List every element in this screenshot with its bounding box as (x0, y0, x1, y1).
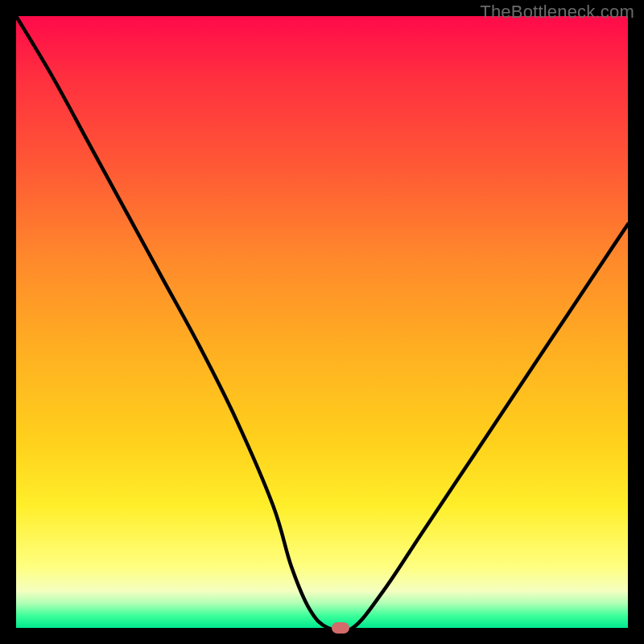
plot-area (16, 16, 628, 628)
watermark-text: TheBottleneck.com (480, 2, 634, 23)
minimum-marker (332, 622, 349, 634)
chart-container: TheBottleneck.com (0, 0, 644, 644)
bottleneck-curve (16, 16, 628, 628)
